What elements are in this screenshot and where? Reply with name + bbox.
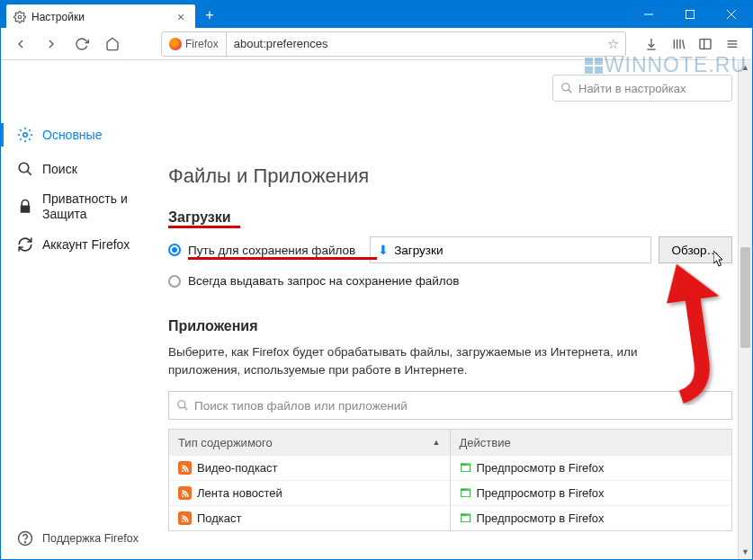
rss-icon [178, 511, 192, 525]
radio-save-to-label: Путь для сохранения файлов [188, 244, 355, 257]
cell-type: Видео-подкаст [197, 461, 278, 475]
close-window-button[interactable] [711, 1, 752, 28]
preview-icon: 🗔 [460, 511, 471, 525]
sort-asc-icon: ▲ [433, 438, 441, 447]
browser-tab[interactable]: Настройки × [6, 4, 195, 30]
rss-icon [178, 486, 192, 500]
maximize-button[interactable] [669, 1, 711, 28]
url-identity[interactable]: Firefox [162, 32, 227, 56]
gear-icon [17, 127, 33, 143]
svg-point-15 [23, 133, 28, 138]
table-row[interactable]: Лента новостей 🗔Предпросмотр в Firefox [169, 480, 731, 505]
bookmark-star-icon[interactable]: ☆ [600, 36, 625, 52]
svg-line-21 [569, 90, 572, 93]
svg-point-22 [178, 401, 185, 408]
browse-button[interactable]: Обзор… [659, 236, 733, 263]
cell-action: Предпросмотр в Firefox [477, 461, 605, 475]
table-row[interactable]: Видео-подкаст 🗔Предпросмотр в Firefox [169, 455, 731, 480]
preferences-content: Основные Поиск Приватность и Защита Акка… [1, 60, 752, 559]
url-bar[interactable]: Firefox about:preferences ☆ [161, 31, 626, 57]
save-to-row: Путь для сохранения файлов ⬇ Загрузки Об… [168, 236, 732, 263]
sidebar-item-label: Поиск [42, 162, 77, 177]
svg-point-20 [562, 84, 569, 91]
menu-button[interactable] [720, 31, 745, 57]
svg-point-16 [19, 163, 29, 173]
col-type-label: Тип содержимого [178, 436, 273, 449]
tab-close-icon[interactable]: × [174, 10, 188, 24]
gear-icon [13, 11, 26, 23]
sidebar-icon[interactable] [693, 31, 718, 57]
col-action-label: Действие [460, 436, 511, 449]
url-text[interactable]: about:preferences [227, 37, 600, 50]
sidebar-item-label: Приватность и Защита [42, 191, 150, 222]
home-button[interactable] [100, 31, 125, 57]
downloads-heading: Загрузки [168, 209, 732, 226]
svg-point-24 [182, 470, 184, 472]
scroll-down-icon[interactable]: ▼ [739, 545, 752, 559]
search-icon [17, 161, 33, 177]
library-icon[interactable] [666, 31, 691, 57]
always-ask-row: Всегда выдавать запрос на сохранение фай… [168, 274, 732, 288]
scroll-thumb[interactable] [740, 247, 750, 348]
scroll-up-icon[interactable]: ▲ [739, 60, 752, 75]
sidebar-item-search[interactable]: Поиск [1, 152, 159, 186]
svg-point-0 [18, 15, 22, 19]
svg-rect-2 [686, 11, 695, 19]
back-button[interactable] [8, 31, 33, 57]
app-search-placeholder: Поиск типов файлов или приложений [194, 399, 408, 413]
radio-always-ask[interactable] [168, 275, 181, 288]
radio-always-ask-label: Всегда выдавать запрос на сохранение фай… [188, 274, 460, 288]
cell-type: Лента новостей [197, 486, 282, 500]
app-type-search[interactable]: Поиск типов файлов или приложений [168, 391, 732, 420]
col-action-header[interactable]: Действие [451, 430, 732, 455]
app-handlers-table: Тип содержимого ▲ Действие Видео-подкаст… [168, 429, 732, 531]
lock-icon [17, 199, 33, 215]
tab-strip: Настройки × + [1, 1, 222, 28]
minimize-button[interactable] [628, 1, 669, 28]
svg-point-26 [182, 520, 184, 522]
url-identity-label: Firefox [185, 38, 219, 50]
section-title: Файлы и Приложения [168, 164, 732, 188]
help-icon [17, 530, 33, 547]
settings-search[interactable]: Найти в настройках [552, 75, 732, 102]
sidebar-item-general[interactable]: Основные [1, 118, 159, 152]
sidebar-item-account[interactable]: Аккаунт Firefox [1, 227, 159, 262]
svg-line-23 [184, 407, 188, 411]
support-label: Поддержка Firefox [42, 532, 139, 545]
rss-icon [178, 461, 192, 475]
preview-icon: 🗔 [460, 486, 471, 500]
vertical-scrollbar[interactable]: ▲ ▼ [738, 60, 752, 559]
table-header: Тип содержимого ▲ Действие [169, 430, 731, 455]
tab-title: Настройки [31, 11, 85, 23]
search-icon [560, 82, 573, 94]
downloads-icon[interactable] [639, 31, 664, 57]
new-tab-button[interactable]: + [197, 3, 222, 28]
sidebar-item-label: Основные [42, 128, 102, 143]
category-sidebar: Основные Поиск Приватность и Защита Акка… [1, 60, 159, 559]
browse-button-label: Обзор… [672, 244, 720, 257]
nav-toolbar: Firefox about:preferences ☆ [1, 28, 752, 60]
col-type-header[interactable]: Тип содержимого ▲ [169, 430, 451, 455]
reload-button[interactable] [69, 31, 94, 57]
svg-point-25 [182, 495, 184, 497]
apps-heading: Приложения [168, 318, 732, 334]
cell-action: Предпросмотр в Firefox [477, 511, 605, 525]
cell-type: Подкаст [197, 511, 242, 525]
search-icon [176, 399, 189, 412]
window-controls [628, 1, 752, 28]
main-pane: Найти в настройках Файлы и Приложения За… [159, 60, 752, 559]
firefox-logo-icon [169, 38, 182, 50]
sidebar-item-privacy[interactable]: Приватность и Защита [1, 186, 159, 227]
title-bar: Настройки × + [1, 1, 752, 28]
svg-rect-10 [700, 39, 711, 49]
download-folder-field[interactable]: ⬇ Загрузки [370, 236, 650, 263]
sidebar-support-link[interactable]: Поддержка Firefox [1, 530, 159, 547]
svg-line-17 [27, 171, 31, 175]
download-folder-value: Загрузки [394, 244, 443, 257]
forward-button[interactable] [39, 31, 64, 57]
preview-icon: 🗔 [460, 461, 471, 475]
sidebar-item-label: Аккаунт Firefox [42, 237, 130, 253]
table-row[interactable]: Подкаст 🗔Предпросмотр в Firefox [169, 505, 731, 530]
radio-save-to[interactable] [168, 244, 181, 256]
svg-point-19 [25, 542, 26, 543]
